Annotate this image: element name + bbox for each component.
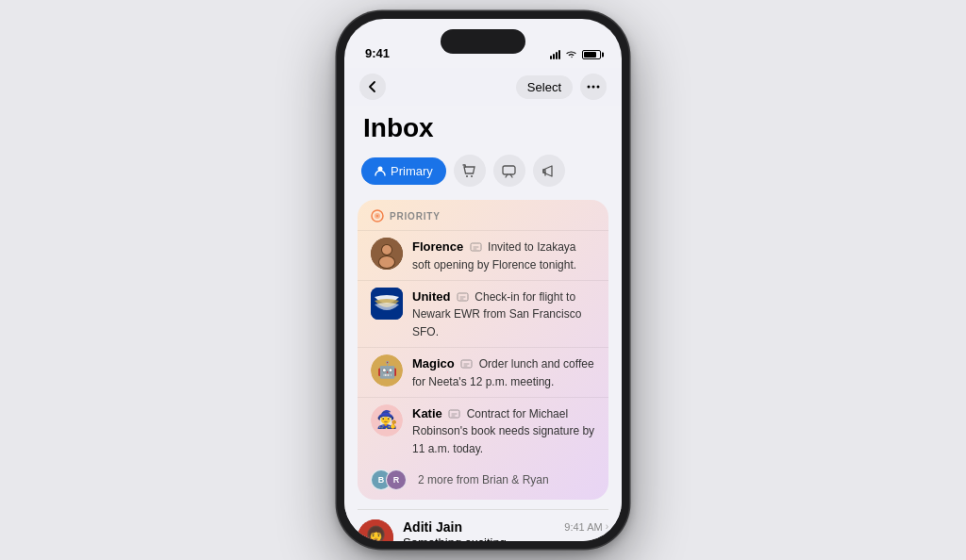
magico-sender: Magico [412, 356, 455, 371]
dynamic-island [441, 29, 525, 54]
florence-item-text: Florence Invited to Izakaya soft opening… [412, 238, 595, 273]
svg-rect-6 [503, 166, 515, 174]
katie-avatar-img: 🧙‍♀️ [371, 404, 403, 436]
florence-sender: Florence [412, 239, 463, 254]
nav-actions: Select [516, 74, 607, 100]
ai-summary-icon [470, 240, 482, 253]
more-row[interactable]: B R 2 more from Brian & Ryan [358, 464, 608, 494]
avatar-katie: 🧙‍♀️ [371, 404, 403, 436]
katie-item-text: Katie Contract for Michael Robinson's bo… [412, 404, 595, 457]
florence-avatar-img [371, 238, 403, 270]
svg-text:🤖: 🤖 [377, 360, 398, 380]
united-avatar-img [371, 288, 403, 320]
priority-item-united[interactable]: United Check-in for flight to Newark EWR… [358, 280, 608, 347]
back-button[interactable] [359, 74, 386, 100]
aditi-subject: Something exciting [403, 535, 608, 541]
aditi-sender: Aditi Jain [403, 519, 462, 535]
priority-section: PRIORITY Florence [358, 200, 608, 500]
magico-avatar-img: 🤖 [371, 354, 403, 387]
priority-item-katie[interactable]: 🧙‍♀️ Katie Contract for Michael Robinson… [358, 397, 608, 464]
svg-point-9 [376, 215, 378, 217]
priority-header: PRIORITY [358, 209, 608, 230]
priority-item-florence[interactable]: Florence Invited to Izakaya soft opening… [358, 230, 608, 280]
megaphone-icon [541, 164, 556, 178]
katie-sender: Katie [412, 406, 442, 420]
filter-tabs: Primary [344, 155, 622, 200]
shopping-icon [462, 164, 476, 178]
svg-point-4 [466, 175, 468, 177]
svg-point-13 [382, 245, 391, 255]
signal-icon [550, 50, 560, 59]
svg-text:🧙‍♀️: 🧙‍♀️ [376, 409, 398, 430]
aditi-avatar-img: 👩‍🦱 [358, 519, 393, 541]
tab-shopping[interactable] [454, 155, 486, 187]
svg-point-0 [588, 86, 591, 89]
more-avatar-ryan: R [386, 469, 407, 490]
primary-tab-label: Primary [391, 164, 433, 178]
more-avatars: B R [371, 469, 401, 490]
battery-icon [582, 50, 601, 59]
united-item-text: United Check-in for flight to Newark EWR… [412, 288, 595, 340]
avatar-aditi: 👩‍🦱 [358, 519, 393, 541]
tab-promotions[interactable] [533, 155, 565, 187]
avatar-united [371, 288, 403, 320]
ai-summary-icon-4 [448, 407, 460, 420]
nav-bar: Select [344, 68, 622, 106]
ai-summary-icon-3 [460, 357, 473, 370]
avatar-florence [371, 238, 403, 270]
svg-text:👩‍🦱: 👩‍🦱 [364, 525, 388, 541]
email-item-aditi[interactable]: 👩‍🦱 Aditi Jain 9:41 AM › Something excit… [358, 509, 608, 541]
more-label: 2 more from Brian & Ryan [418, 473, 549, 486]
wifi-icon [565, 49, 577, 60]
svg-point-14 [379, 256, 394, 268]
select-button[interactable]: Select [516, 75, 573, 99]
phone-screen: 9:41 [344, 19, 622, 541]
person-icon [375, 165, 386, 176]
svg-point-1 [592, 86, 595, 89]
content: Inbox Primary [344, 106, 622, 541]
tab-social[interactable] [493, 155, 525, 187]
magico-item-text: Magico Order lunch and coffee for Neeta'… [412, 354, 595, 390]
ai-summary-icon-2 [457, 290, 469, 303]
priority-label: PRIORITY [390, 211, 441, 222]
chevron-right-icon: › [606, 521, 608, 532]
aditi-time: 9:41 AM [564, 521, 602, 533]
tab-primary[interactable]: Primary [361, 157, 446, 185]
svg-point-2 [597, 86, 600, 89]
priority-icon [371, 209, 384, 222]
aditi-header-row: Aditi Jain 9:41 AM › [403, 519, 608, 535]
aditi-time-row: 9:41 AM › [564, 521, 608, 533]
svg-point-5 [471, 175, 473, 177]
email-list: 👩‍🦱 Aditi Jain 9:41 AM › Something excit… [344, 509, 622, 541]
status-time: 9:41 [365, 46, 390, 62]
more-button[interactable] [580, 74, 607, 100]
aditi-email-content: Aditi Jain 9:41 AM › Something exciting [403, 519, 608, 541]
phone-wrapper: 9:41 [337, 11, 629, 549]
status-icons [550, 49, 601, 62]
chat-icon [502, 164, 516, 178]
avatar-magico: 🤖 [371, 354, 403, 387]
inbox-title: Inbox [344, 106, 622, 155]
priority-item-magico[interactable]: 🤖 Magico Order lunch and coffee for Neet… [358, 347, 608, 397]
united-sender: United [412, 289, 450, 304]
